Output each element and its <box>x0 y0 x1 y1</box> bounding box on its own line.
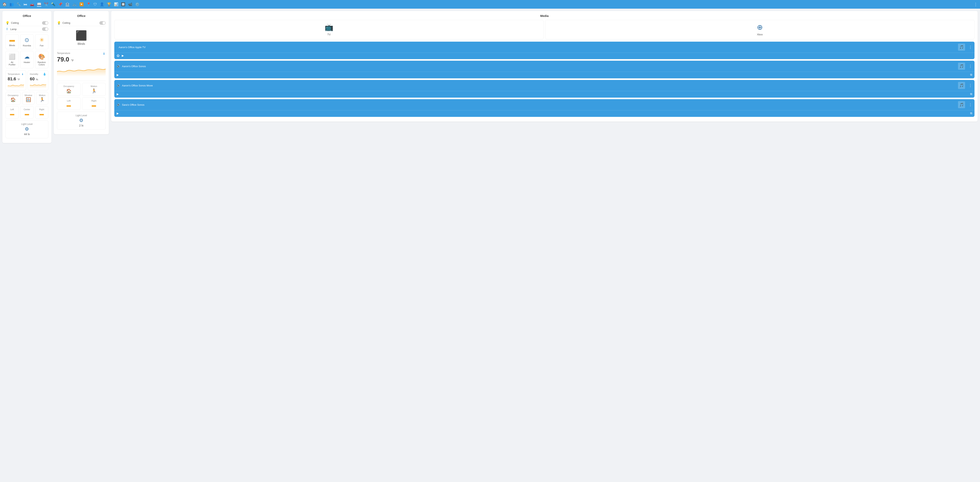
media-devices-grid: 📺 TV ⊕ Xbox <box>114 20 975 39</box>
random-colors-icon: 🎨 <box>38 53 45 60</box>
nav-pin-icon[interactable]: 📌 <box>58 2 62 6</box>
media-title: Media <box>114 14 975 17</box>
motion-icon: 🏃 <box>40 97 45 102</box>
light-level-card-mid: Light Level ⚙ 2 lx <box>57 111 106 130</box>
lamp-toggle-row: 🕯 Lamp <box>5 26 48 32</box>
sara-sonos-play-button[interactable]: ▶ <box>117 112 119 115</box>
nav-play-icon[interactable]: ▶️ <box>80 2 84 6</box>
nav-map-icon[interactable]: 📍 <box>86 2 91 6</box>
xbox-tile[interactable]: ⊕ Xbox <box>545 20 975 39</box>
blinds-position-row: Left ▬ Center ▬ Right ▬ <box>5 106 48 119</box>
sara-sonos-block: 🔊 Sara's Office Sonos 🎵 ⋮ ▶ ⧉ <box>114 99 975 117</box>
apple-tv-play-button[interactable]: ▶ <box>122 54 124 57</box>
nav-more-button[interactable]: ⋮ <box>974 2 978 7</box>
nav-scissors-icon[interactable]: ✂️ <box>44 2 48 6</box>
temp-header: Temperature 🌡 <box>57 52 106 56</box>
nav-bank-icon[interactable]: 🏦 <box>65 2 70 6</box>
nav-trophy-icon[interactable]: 🏆 <box>107 2 111 6</box>
nav-light-icon[interactable]: 🔦 <box>51 2 56 6</box>
sonos1-more-button[interactable]: ⋮ <box>969 64 972 68</box>
random-colors-label: Random Colors <box>37 61 46 66</box>
nav-bed-icon[interactable]: 🛏 <box>24 2 27 6</box>
roomba-tile[interactable]: ⊙ Roomba <box>20 34 33 49</box>
humidity-sensor-card: Humidity 💧 60 % <box>28 70 48 90</box>
blind-left-icon: ▬ <box>10 111 14 116</box>
motion-icon-mid: 🏃 <box>91 89 97 94</box>
apple-tv-block: Aaron's Office Apple TV 🎵 ⋮ ⏻ ▶ <box>114 41 975 59</box>
lamp-icon: 🕯 <box>5 27 9 31</box>
nav-chart-icon[interactable]: 📊 <box>114 2 118 6</box>
apple-tv-top: Aaron's Office Apple TV 🎵 ⋮ <box>114 41 975 52</box>
temp-label-row: Temperature 🌡 <box>8 73 24 76</box>
nav-tools-icon[interactable]: 🔧 <box>16 2 21 6</box>
light-level-label-mid: Light Level <box>76 114 87 117</box>
nav-users-icon[interactable]: 👥 <box>10 2 14 6</box>
fan-label: Fan <box>40 45 44 47</box>
motion-card-mid: Motion 🏃 <box>82 83 106 96</box>
sonos-move-controls: ▶ ⧉ <box>114 91 975 98</box>
sonos1-play-button[interactable]: ▶ <box>117 73 119 76</box>
sonos1-copy-button[interactable]: ⧉ <box>970 73 972 76</box>
apple-tv-more-button[interactable]: ⋮ <box>969 45 972 49</box>
sonos-move-copy-button[interactable]: ⧉ <box>970 92 972 95</box>
nav-bike-icon[interactable]: 🚲 <box>72 2 76 6</box>
humidity-label-row: Humidity 💧 <box>30 73 46 76</box>
thermometer-icon: 🌡 <box>21 73 24 76</box>
heater-tile[interactable]: ☁ Heater <box>20 51 33 68</box>
blinds-big-icon: ⬛ <box>75 30 87 41</box>
nav-home-icon[interactable]: 🏠 <box>2 2 7 6</box>
sonos-move-play-button[interactable]: ▶ <box>117 92 119 95</box>
nav-car-icon[interactable]: 🚗 <box>30 2 34 6</box>
lr-blinds-row: Left ▬ Right ▬ <box>57 97 106 110</box>
occupancy-card-mid: Occupancy 🏠 <box>57 83 81 96</box>
sonos-move-name: Aaron's Office Sonos Move <box>122 84 956 87</box>
window-label: Window <box>25 94 32 97</box>
sara-sonos-name: Sara's Office Sonos <box>122 103 956 106</box>
ceiling-toggle-mid[interactable] <box>99 21 106 25</box>
lamp-toggle[interactable] <box>42 27 48 31</box>
occupancy-label: Occupancy <box>8 94 19 97</box>
sonos1-controls: ▶ ⧉ <box>114 72 975 78</box>
window-icon: 🪟 <box>26 97 31 102</box>
office-lamp-column: Office 💡 Ceiling 🕯 Lamp ▬ Blinds <box>2 11 51 143</box>
random-colors-tile[interactable]: 🎨 Random Colors <box>35 51 48 68</box>
apple-tv-name: Aaron's Office Apple TV <box>119 46 956 49</box>
blind-center-card: Center ▬ <box>20 106 33 119</box>
blinds-tile[interactable]: ▬ Blinds <box>5 34 19 49</box>
light-level-value: 44 lx <box>24 133 30 136</box>
blinds-icon: ▬ <box>10 37 15 43</box>
nav-shield-icon[interactable]: 🛡 <box>94 2 97 6</box>
humidity-label: Humidity <box>30 73 38 75</box>
temperature-value: 81.6 °F <box>8 76 24 81</box>
nav-person-icon[interactable]: 👤 <box>100 2 104 6</box>
blind-center-icon: ▬ <box>25 111 29 116</box>
sonos-move-more-button[interactable]: ⋮ <box>969 83 972 87</box>
blind-left-card: Left ▬ <box>5 106 19 119</box>
sonos1-block: 🔊 Aaron's Office Sonos 🎵 ⋮ ▶ ⧉ <box>114 61 975 78</box>
blinds-big-label: Blinds <box>78 42 85 45</box>
sara-sonos-more-button[interactable]: ⋮ <box>969 103 972 107</box>
occ-motion-row-mid: Occupancy 🏠 Motion 🏃 <box>57 83 106 96</box>
nav-camera-icon[interactable]: 📹 <box>128 2 132 6</box>
nav-grid-icon[interactable]: 🔲 <box>121 2 125 6</box>
fan-tile[interactable]: ✳ Fan <box>35 34 48 49</box>
media-column: Media 📺 TV ⊕ Xbox Aaron's Office Apple T… <box>111 11 978 122</box>
blind-right-mid: Right ▬ <box>82 97 106 110</box>
humidity-value: 60 % <box>30 76 46 81</box>
apple-tv-power-button[interactable]: ⏻ <box>117 54 119 57</box>
blind-left-mid: Left ▬ <box>57 97 81 110</box>
sonos-move-block: 🔊 Aaron's Office Sonos Move 🎵 ⋮ ▶ ⧉ <box>114 80 975 98</box>
sara-sonos-copy-button[interactable]: ⧉ <box>970 111 972 115</box>
temperature-mid-chart <box>57 65 106 76</box>
air-purifier-tile[interactable]: ⬜ Air Purifier <box>5 51 19 68</box>
tv-tile[interactable]: 📺 TV <box>114 20 544 39</box>
occupancy-status-card: Occupancy 🏠 <box>5 92 21 105</box>
blind-right-icon-mid: ▬ <box>92 103 96 108</box>
heater-icon: ☁ <box>24 53 30 60</box>
nav-book-icon[interactable]: 📖 <box>37 2 41 7</box>
nav-settings-icon[interactable]: ⚙️ <box>135 2 140 6</box>
sonos1-top: 🔊 Aaron's Office Sonos 🎵 ⋮ <box>114 61 975 72</box>
blind-center-label: Center <box>24 108 30 111</box>
ceiling-toggle[interactable] <box>42 21 48 25</box>
blind-left-label: Left <box>10 108 14 111</box>
